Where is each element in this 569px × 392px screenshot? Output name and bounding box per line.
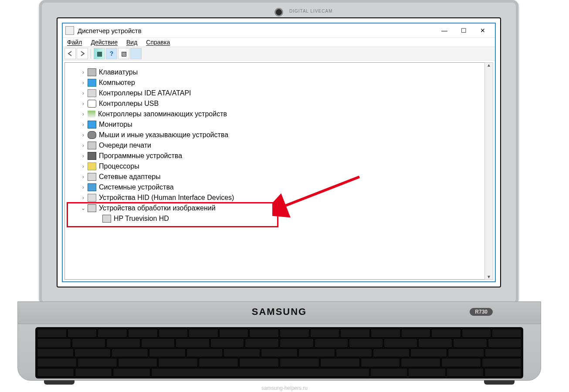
device-item[interactable]: HP Truevision HD [68,213,482,224]
device-label: HP Truevision HD [114,215,169,223]
minimize-button[interactable]: — [435,24,454,37]
keyboard-icon [88,68,96,76]
device-category[interactable]: ›Контроллеры IDE ATA/ATAPI [68,88,482,98]
device-label: Системные устройства [99,183,174,191]
expand-icon[interactable]: › [80,184,87,190]
webcam-icon [274,8,283,17]
device-category[interactable]: ›Компьютер [68,78,482,88]
device-label: Клавиатуры [99,68,138,76]
menubar: Файл Действие Вид Справка [63,38,495,47]
titlebar: Диспетчер устройств — ☐ ✕ [63,24,495,38]
device-label: Программные устройства [99,152,182,160]
expand-icon[interactable]: › [80,111,87,117]
laptop-lid: DIGITAL LIVECAM Диспетчер устройств — ☐ … [39,0,518,305]
expand-icon[interactable]: › [80,132,87,138]
toolbar: ▦ ? ▧ [63,47,495,61]
storage-icon [88,111,95,118]
expand-icon[interactable]: › [80,195,87,201]
device-label: Контроллеры IDE ATA/ATAPI [99,89,191,97]
device-category[interactable]: ›Клавиатуры [68,67,482,78]
expand-icon[interactable]: › [80,101,87,107]
expand-icon[interactable]: › [80,163,87,169]
expand-icon[interactable]: › [80,174,87,180]
device-label: Мыши и иные указывающие устройства [99,131,228,139]
properties-button[interactable] [130,48,142,59]
cpu-icon [88,162,96,170]
expand-icon[interactable]: › [80,153,87,159]
device-tree[interactable]: ›Клавиатуры›Компьютер›Контроллеры IDE AT… [64,62,485,280]
sys-icon [88,183,96,191]
device-label: Очереди печати [99,142,151,149]
mon-icon [88,121,96,128]
brand-label: SAMSUNG [252,306,307,318]
show-hide-button[interactable]: ▦ [94,48,105,59]
device-category[interactable]: ›Мыши и иные указывающие устройства [68,130,482,140]
help-button[interactable]: ? [106,48,117,59]
expand-icon[interactable]: › [80,122,87,128]
expand-icon[interactable]: › [80,69,87,75]
device-category[interactable]: ›Контроллеры USB [68,98,482,109]
collapse-icon[interactable]: ⌄ [80,205,87,211]
scan-button[interactable]: ▧ [118,48,129,59]
vertical-scrollbar[interactable] [484,62,493,280]
laptop-screen: Диспетчер устройств — ☐ ✕ Файл Действие … [57,17,501,287]
laptop-base: SAMSUNG R730 [17,301,541,381]
device-label: Устройства обработки изображений [99,204,216,212]
device-label: Устройства HID (Human Interface Devices) [99,194,234,202]
device-manager-window: Диспетчер устройств — ☐ ✕ Файл Действие … [62,23,496,282]
device-label: Контроллеры USB [99,100,159,108]
prog-icon [88,152,96,160]
mouse-icon [88,131,96,139]
device-label: Мониторы [99,121,132,128]
keyboard [35,327,523,378]
back-button[interactable] [64,48,76,59]
device-label: Контроллеры запоминающих устройств [98,110,227,118]
maximize-button[interactable]: ☐ [454,24,473,37]
app-icon [65,26,74,35]
device-category[interactable]: ⌄Устройства обработки изображений [68,203,482,213]
menu-action[interactable]: Действие [91,39,118,46]
device-label: Компьютер [99,79,135,87]
device-category[interactable]: ›Системные устройства [68,182,482,193]
device-category[interactable]: ›Сетевые адаптеры [68,172,482,182]
menu-file[interactable]: Файл [67,39,82,46]
watermark: samsung-helpers.ru [261,385,308,391]
hid-icon [88,194,96,202]
forward-button[interactable] [77,48,88,59]
expand-icon[interactable]: › [80,90,87,96]
cam-icon [88,204,96,212]
device-category[interactable]: ›Программные устройства [68,151,482,161]
close-button[interactable]: ✕ [473,24,492,37]
device-category[interactable]: ›Мониторы [68,119,482,130]
device-category[interactable]: ›Устройства HID (Human Interface Devices… [68,193,482,203]
ide-icon [88,89,96,97]
device-category[interactable]: ›Контроллеры запоминающих устройств [68,109,482,119]
menu-help[interactable]: Справка [146,39,170,46]
window-title: Диспетчер устройств [78,27,142,34]
device-label: Процессоры [99,162,139,170]
model-badge: R730 [470,308,493,316]
net-icon [88,173,96,181]
webcam-label: DIGITAL LIVECAM [289,9,332,14]
print-icon [88,142,96,149]
device-label: Сетевые адаптеры [99,173,161,181]
expand-icon[interactable]: › [80,80,87,86]
expand-icon[interactable]: › [80,142,87,149]
device-category[interactable]: ›Очереди печати [68,140,482,151]
device-category[interactable]: ›Процессоры [68,161,482,172]
cam-icon [102,215,111,223]
usb-icon [88,100,96,108]
menu-view[interactable]: Вид [126,39,137,46]
monitor-icon [88,79,96,87]
